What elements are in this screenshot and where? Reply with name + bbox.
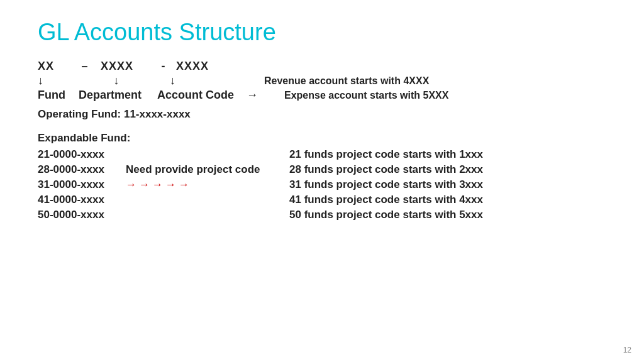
arrow-fund: ↓ bbox=[38, 74, 69, 87]
fund-desc-1: 28 funds project code starts with 2xxx bbox=[289, 163, 483, 176]
labels-row: Fund Department Account Code → Expense a… bbox=[38, 89, 606, 102]
fund-code-0: 21-0000-xxxx bbox=[38, 148, 126, 161]
fund-row-0: 21-0000-xxxx 21 funds project code start… bbox=[38, 148, 606, 161]
fund-code-1: 28-0000-xxxx bbox=[38, 163, 126, 176]
expandable-section: Expandable Fund: 21-0000-xxxx 21 funds p… bbox=[38, 132, 606, 221]
page-number: 12 bbox=[623, 346, 631, 354]
expandable-title: Expandable Fund: bbox=[38, 132, 606, 145]
label-dept: Department bbox=[69, 89, 151, 102]
fund-desc-4: 50 funds project code starts with 5xxx bbox=[289, 209, 483, 221]
seg-dash2: - bbox=[151, 60, 176, 73]
label-fund: Fund bbox=[38, 89, 69, 102]
fund-row-4: 50-0000-xxxx 50 funds project code start… bbox=[38, 209, 606, 221]
fund-note-1: Need provide project code bbox=[126, 163, 289, 176]
arrow-acct: ↓ bbox=[151, 74, 226, 87]
fund-note-2: →→→→→ bbox=[126, 178, 289, 191]
label-arrow: → bbox=[234, 89, 259, 102]
seg-xxxx1: XXXX bbox=[101, 60, 151, 73]
revenue-label: Revenue account starts with 4XXX bbox=[264, 75, 429, 87]
fund-row-1: 28-0000-xxxx Need provide project code 2… bbox=[38, 163, 606, 176]
operating-fund: Operating Fund: 11-xxxx-xxxx bbox=[38, 108, 606, 121]
label-acct: Account Code bbox=[151, 89, 234, 102]
fund-code-4: 50-0000-xxxx bbox=[38, 209, 126, 221]
seg-xxxx2: XXXX bbox=[176, 60, 226, 73]
seg-xx: XX bbox=[38, 60, 69, 73]
arrows-row: ↓ ↓ ↓ Revenue account starts with 4XXX bbox=[38, 74, 606, 87]
arrow-dept: ↓ bbox=[69, 74, 151, 87]
expense-label: Expense account starts with 5XXX bbox=[284, 90, 448, 101]
fund-desc-0: 21 funds project code starts with 1xxx bbox=[289, 148, 483, 161]
fund-desc-3: 41 funds project code starts with 4xxx bbox=[289, 194, 483, 206]
seg-dash1: – bbox=[69, 60, 101, 73]
fund-row-2: 31-0000-xxxx →→→→→ 31 funds project code… bbox=[38, 178, 606, 191]
slide-title: GL Accounts Structure bbox=[38, 19, 606, 46]
structure-line: XX – XXXX - XXXX bbox=[38, 60, 606, 73]
fund-row-3: 41-0000-xxxx 41 funds project code start… bbox=[38, 194, 606, 206]
slide: GL Accounts Structure XX – XXXX - XXXX ↓… bbox=[0, 0, 644, 362]
fund-code-3: 41-0000-xxxx bbox=[38, 194, 126, 206]
fund-code-2: 31-0000-xxxx bbox=[38, 178, 126, 191]
fund-desc-2: 31 funds project code starts with 3xxx bbox=[289, 178, 483, 191]
